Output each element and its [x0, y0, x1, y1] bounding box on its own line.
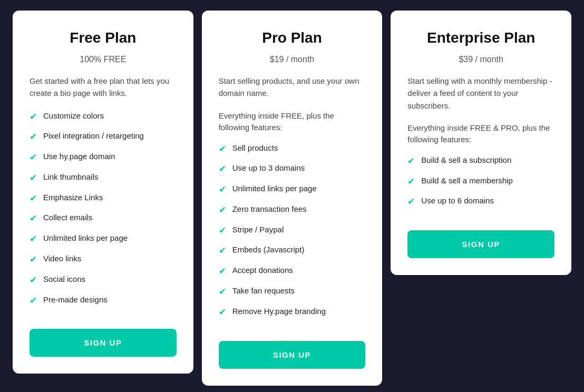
check-icon: ✔ [30, 233, 37, 246]
feature-text: Take fan requests [232, 285, 295, 296]
features-list-free: ✔Customize colors✔Pixel integration / re… [30, 110, 177, 315]
plan-title-free: Free Plan [30, 30, 177, 46]
check-icon: ✔ [219, 286, 226, 298]
list-item: ✔Take fan requests [219, 285, 366, 298]
plan-title-enterprise: Enterprise Plan [407, 30, 554, 46]
feature-text: Accept donations [232, 264, 293, 276]
list-item: ✔Zero transaction fees [219, 203, 366, 217]
check-icon: ✔ [30, 295, 37, 307]
list-item: ✔Use up to 6 domains [407, 195, 554, 208]
list-item: ✔Use hy.page domain [30, 151, 177, 164]
list-item: ✔Use up to 3 domains [219, 162, 366, 175]
feature-text: Build & sell a subscription [421, 154, 511, 165]
features-intro-pro: Everything inside FREE, plus the followi… [219, 110, 366, 134]
check-icon: ✔ [30, 172, 37, 184]
list-item: ✔Video links [30, 253, 177, 266]
feature-text: Unlimited links per page [232, 183, 317, 194]
feature-text: Link thumbnails [43, 171, 98, 182]
check-icon: ✔ [219, 183, 226, 196]
list-item: ✔Sell products [219, 142, 366, 155]
check-icon: ✔ [30, 212, 37, 225]
list-item: ✔Collect emails [30, 212, 177, 225]
check-icon: ✔ [30, 253, 37, 266]
list-item: ✔Link thumbnails [30, 171, 177, 184]
feature-text: Use up to 3 domains [232, 162, 305, 173]
check-icon: ✔ [219, 224, 226, 237]
signup-button-free[interactable]: SIGN UP [30, 329, 177, 357]
check-icon: ✔ [30, 151, 37, 164]
list-item: ✔Build & sell a membership [407, 175, 554, 188]
check-icon: ✔ [219, 204, 226, 217]
feature-text: Video links [43, 253, 81, 264]
check-icon: ✔ [219, 143, 226, 155]
feature-text: Stripe / Paypal [232, 224, 284, 235]
plan-price-pro: $19 / month [219, 55, 366, 64]
feature-text: Social icons [43, 273, 85, 285]
signup-button-enterprise[interactable]: SIGN UP [407, 230, 554, 258]
plan-card-pro: Pro Plan$19 / monthStart selling product… [202, 11, 383, 386]
check-icon: ✔ [407, 155, 415, 168]
feature-text: Sell products [232, 142, 278, 153]
feature-text: Unlimited links per page [43, 232, 128, 243]
feature-text: Zero transaction fees [232, 203, 307, 214]
features-list-enterprise: ✔Build & sell a subscription✔Build & sel… [407, 154, 554, 215]
check-icon: ✔ [219, 163, 226, 175]
plan-description-free: Get started with a free plan that lets y… [30, 75, 177, 100]
list-item: ✔Pre-made designs [30, 294, 177, 307]
feature-text: Use hy.page domain [43, 151, 115, 162]
feature-text: Use up to 6 domains [421, 195, 494, 206]
check-icon: ✔ [219, 265, 226, 278]
check-icon: ✔ [30, 111, 37, 123]
feature-text: Build & sell a membership [421, 175, 512, 186]
plan-description-pro: Start selling products, and use your own… [219, 75, 366, 100]
features-intro-enterprise: Everything inside FREE & PRO, plus the f… [407, 122, 554, 146]
list-item: ✔Social icons [30, 273, 177, 287]
list-item: ✔Stripe / Paypal [219, 224, 366, 237]
feature-text: Emphasize Links [43, 192, 103, 203]
feature-text: Pixel integration / retargeting [43, 130, 144, 141]
list-item: ✔Pixel integration / retargeting [30, 130, 177, 143]
list-item: ✔Unlimited links per page [30, 232, 177, 246]
feature-text: Customize colors [43, 110, 104, 121]
list-item: ✔Accept donations [219, 264, 366, 278]
plan-card-enterprise: Enterprise Plan$39 / monthStart selling … [391, 11, 571, 275]
check-icon: ✔ [30, 274, 37, 287]
plan-card-free: Free Plan100% FREEGet started with a fre… [13, 11, 193, 374]
plan-title-pro: Pro Plan [219, 30, 366, 46]
list-item: ✔Embeds (Javascript) [219, 244, 366, 257]
list-item: ✔Customize colors [30, 110, 177, 123]
list-item: ✔Unlimited links per page [219, 183, 366, 196]
feature-text: Embeds (Javascript) [232, 244, 305, 255]
feature-text: Collect emails [43, 212, 92, 223]
feature-text: Pre-made designs [43, 294, 108, 305]
list-item: ✔Remove Hy.page branding [219, 306, 366, 319]
features-list-pro: ✔Sell products✔Use up to 3 domains✔Unlim… [219, 142, 366, 326]
check-icon: ✔ [219, 306, 226, 319]
pricing-container: Free Plan100% FREEGet started with a fre… [13, 11, 571, 386]
list-item: ✔Emphasize Links [30, 192, 177, 205]
feature-text: Remove Hy.page branding [232, 306, 326, 317]
check-icon: ✔ [30, 131, 37, 143]
check-icon: ✔ [407, 175, 415, 188]
check-icon: ✔ [30, 192, 37, 205]
plan-price-enterprise: $39 / month [407, 55, 554, 64]
plan-price-free: 100% FREE [30, 55, 177, 64]
check-icon: ✔ [219, 244, 226, 257]
plan-description-enterprise: Start selling with a monthly membership … [407, 75, 554, 112]
check-icon: ✔ [407, 195, 415, 208]
signup-button-pro[interactable]: SIGN UP [219, 341, 366, 369]
list-item: ✔Build & sell a subscription [407, 154, 554, 168]
